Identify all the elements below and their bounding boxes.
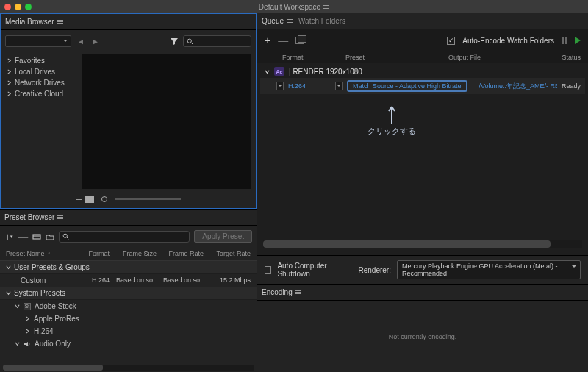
queue-tab[interactable]: Queue bbox=[262, 17, 293, 25]
preset-browser-panel: Preset Browser +▾ — Apply Preset Preset … bbox=[0, 209, 257, 372]
media-source-dropdown[interactable] bbox=[5, 35, 71, 47]
media-preview-area[interactable] bbox=[82, 54, 251, 189]
thumbnail-size-slider[interactable] bbox=[115, 198, 181, 200]
panel-menu-icon[interactable] bbox=[287, 19, 293, 23]
renderer-label: Renderer: bbox=[358, 266, 390, 274]
tree-item-favorites[interactable]: Favorites bbox=[1, 55, 82, 66]
hamburger-icon bbox=[323, 5, 329, 9]
svg-point-0 bbox=[188, 39, 192, 43]
col-output: Output File bbox=[448, 54, 551, 61]
preset-browser-tab[interactable]: Preset Browser bbox=[4, 213, 63, 221]
remove-preset-button[interactable]: — bbox=[18, 231, 28, 243]
nav-forward-icon[interactable]: ► bbox=[90, 37, 101, 46]
search-icon bbox=[187, 38, 193, 45]
preset-dropdown[interactable] bbox=[335, 82, 343, 90]
speaker-icon bbox=[24, 340, 31, 348]
duplicate-button[interactable] bbox=[295, 37, 304, 44]
comp-name: | RENDER 1920x1080 bbox=[289, 68, 362, 76]
preset-category-audio[interactable]: Audio Only bbox=[0, 337, 257, 350]
after-effects-icon: Ae bbox=[274, 67, 284, 76]
thumb-view-icon[interactable] bbox=[85, 196, 94, 203]
col-frame-size[interactable]: Frame Size bbox=[110, 250, 157, 257]
format-dropdown[interactable] bbox=[276, 82, 284, 90]
start-queue-button[interactable] bbox=[575, 37, 581, 44]
remove-source-button[interactable]: — bbox=[278, 35, 288, 46]
preset-settings-icon[interactable] bbox=[32, 233, 41, 240]
new-folder-icon[interactable] bbox=[46, 233, 54, 240]
filter-icon[interactable] bbox=[170, 37, 179, 46]
add-source-button[interactable]: + bbox=[265, 35, 270, 46]
col-format: Format bbox=[265, 54, 345, 61]
preset-category-h264[interactable]: H.264 bbox=[0, 325, 257, 337]
titlebar: Default Workspace bbox=[0, 0, 588, 13]
preset-category-prores[interactable]: Apple ProRes bbox=[0, 312, 257, 325]
auto-shutdown-label: Auto Computer Shutdown bbox=[277, 262, 346, 278]
preset-link[interactable]: Match Source - Adaptive High Bitrate bbox=[347, 80, 467, 92]
nav-back-icon[interactable]: ◄ bbox=[76, 37, 86, 46]
encoding-panel: Encoding Not currently encoding. bbox=[257, 284, 588, 372]
queue-output-row[interactable]: H.264 Match Source - Adaptive High Bitra… bbox=[260, 78, 585, 94]
col-frame-rate[interactable]: Frame Rate bbox=[157, 250, 204, 257]
svg-point-2 bbox=[63, 234, 67, 237]
preset-category-adobe-stock[interactable]: StAdobe Stock bbox=[0, 300, 257, 312]
workspace-selector[interactable]: Default Workspace bbox=[259, 3, 329, 11]
status-text: Ready bbox=[562, 82, 581, 90]
format-link[interactable]: H.264 bbox=[288, 82, 331, 90]
encoding-tab[interactable]: Encoding bbox=[262, 288, 301, 296]
queue-list: Ae | RENDER 1920x1080 H.264 Match Source… bbox=[257, 63, 588, 255]
tree-item-creative-cloud[interactable]: Creative Cloud bbox=[1, 88, 82, 99]
tree-item-network-drives[interactable]: Network Drives bbox=[1, 77, 82, 88]
annotation-callout: クリックする bbox=[368, 104, 416, 137]
col-preset: Preset bbox=[345, 54, 448, 61]
media-search-input[interactable] bbox=[183, 35, 251, 47]
encoding-status: Not currently encoding. bbox=[257, 301, 588, 372]
media-tree: Favorites Local Drives Network Drives Cr… bbox=[1, 52, 82, 190]
workspace-label: Default Workspace bbox=[259, 3, 320, 11]
col-target-rate[interactable]: Target Rate bbox=[204, 250, 251, 257]
add-preset-button[interactable]: +▾ bbox=[4, 231, 13, 243]
panel-menu-icon[interactable] bbox=[57, 20, 63, 24]
preset-row[interactable]: Custom H.264 Based on so.. Based on so..… bbox=[0, 274, 257, 287]
auto-encode-checkbox[interactable] bbox=[447, 37, 455, 45]
output-path-link[interactable]: /Volume..年記念_AME/- RENDER 1920x1080.mp4 bbox=[479, 82, 557, 91]
watch-folders-tab[interactable]: Watch Folders bbox=[298, 17, 345, 25]
renderer-dropdown[interactable]: Mercury Playback Engine GPU Acceleration… bbox=[397, 260, 581, 279]
close-window-icon[interactable] bbox=[4, 4, 11, 10]
col-preset-name[interactable]: Preset Name bbox=[6, 250, 45, 257]
chevron-down-icon bbox=[265, 69, 270, 74]
zoom-window-icon[interactable] bbox=[25, 4, 32, 10]
media-browser-panel: Media Browser ◄ ► Favorites Local Drives bbox=[0, 13, 257, 209]
pause-button[interactable] bbox=[562, 37, 567, 44]
auto-shutdown-checkbox[interactable] bbox=[265, 266, 271, 274]
queue-comp-row[interactable]: Ae | RENDER 1920x1080 bbox=[260, 65, 585, 78]
preset-group-user[interactable]: User Presets & Groups bbox=[0, 261, 257, 274]
apply-preset-button[interactable]: Apply Preset bbox=[194, 230, 252, 243]
preset-search-input[interactable] bbox=[59, 231, 190, 243]
col-status: Status bbox=[551, 54, 581, 61]
tree-item-local-drives[interactable]: Local Drives bbox=[1, 66, 82, 77]
media-browser-tab[interactable]: Media Browser bbox=[5, 18, 63, 26]
col-format[interactable]: Format bbox=[62, 250, 110, 257]
search-icon bbox=[62, 233, 69, 240]
sort-asc-icon: ↑ bbox=[48, 250, 51, 257]
svg-rect-1 bbox=[33, 235, 40, 239]
adobe-stock-icon: St bbox=[24, 303, 31, 310]
preset-scrollbar[interactable] bbox=[3, 365, 254, 371]
queue-scrollbar[interactable] bbox=[263, 240, 582, 248]
auto-encode-label: Auto-Encode Watch Folders bbox=[462, 37, 554, 45]
preset-group-system[interactable]: System Presets bbox=[0, 287, 257, 300]
list-view-icon[interactable] bbox=[76, 198, 82, 201]
panel-menu-icon[interactable] bbox=[295, 290, 301, 294]
window-controls bbox=[4, 4, 32, 10]
panel-menu-icon[interactable] bbox=[57, 215, 63, 219]
minimize-window-icon[interactable] bbox=[15, 4, 21, 10]
zoom-handle-icon[interactable] bbox=[101, 196, 107, 202]
